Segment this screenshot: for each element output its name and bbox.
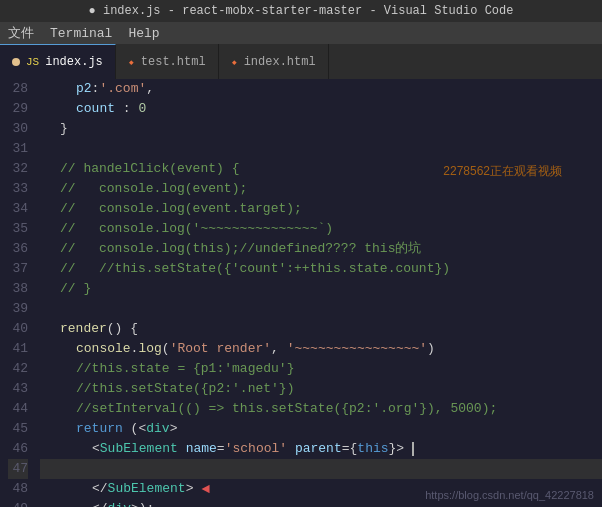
code-line: // } — [40, 279, 602, 299]
arrow-indicator: ◄ — [201, 479, 209, 499]
html-icon: ⬥ — [128, 56, 135, 68]
code-line: console.log('Root render', '~~~~~~~~~~~~… — [40, 339, 602, 359]
code-line: // console.log(event.target); — [40, 199, 602, 219]
code-line: return (<div> — [40, 419, 602, 439]
code-line: // console.log('~~~~~~~~~~~~~~~`) — [40, 219, 602, 239]
code-line: <SubElement name='school' parent={this}> — [40, 439, 602, 459]
titlebar: ● index.js - react-mobx-starter-master -… — [0, 0, 602, 22]
tabbar: JS index.js ⬥ test.html ⬥ index.html — [0, 44, 602, 79]
code-line: // console.log(this);//undefined???? thi… — [40, 239, 602, 259]
tab-indexhtml[interactable]: ⬥ index.html — [219, 44, 329, 79]
code-area[interactable]: p2:'.com', count : 0 } // handelClick(ev… — [40, 79, 602, 507]
tab-label: index.js — [45, 55, 103, 69]
code-line: // //this.setState({'count':++this.state… — [40, 259, 602, 279]
code-line: // handelClick(event) { — [40, 159, 602, 179]
tab-label: index.html — [244, 55, 316, 69]
titlebar-text: ● index.js - react-mobx-starter-master -… — [89, 4, 514, 18]
line-numbers: 28 29 30 31 32 33 34 35 36 37 38 39 40 4… — [0, 79, 40, 507]
code-line: } — [40, 119, 602, 139]
tab-indexjs[interactable]: JS index.js — [0, 44, 116, 79]
tab-modified-dot — [12, 58, 20, 66]
code-line: //setInterval(() => this.setState({p2:'.… — [40, 399, 602, 419]
code-line: count : 0 — [40, 99, 602, 119]
code-line: //this.state = {p1:'magedu'} — [40, 359, 602, 379]
html-icon: ⬥ — [231, 56, 238, 68]
bottom-url: https://blog.csdn.net/qq_42227818 — [425, 485, 594, 505]
menu-terminal[interactable]: Terminal — [50, 26, 112, 41]
menubar: 文件 Terminal Help — [0, 22, 602, 44]
code-line — [40, 139, 602, 159]
code-line: p2:'.com', — [40, 79, 602, 99]
tab-label: test.html — [141, 55, 206, 69]
code-line — [40, 299, 602, 319]
menu-file[interactable]: 文件 — [8, 24, 34, 42]
code-line — [40, 459, 602, 479]
code-line: //this.setState({p2:'.net'}) — [40, 379, 602, 399]
editor: 28 29 30 31 32 33 34 35 36 37 38 39 40 4… — [0, 79, 602, 507]
menu-help[interactable]: Help — [128, 26, 159, 41]
code-line: render() { — [40, 319, 602, 339]
tab-testhtml[interactable]: ⬥ test.html — [116, 44, 219, 79]
js-icon: JS — [26, 56, 39, 68]
code-line: // console.log(event); — [40, 179, 602, 199]
